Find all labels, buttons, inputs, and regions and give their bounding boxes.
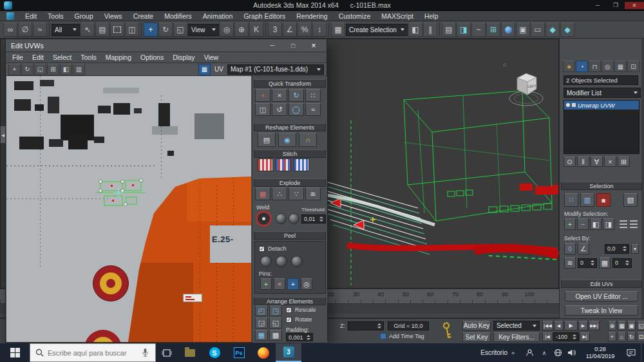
spinner-snap-icon[interactable]: ↕ — [312, 23, 327, 37]
go-to-start-icon[interactable]: |◀◀ — [542, 321, 553, 330]
edit-named-sets-icon[interactable]: ▦ — [331, 23, 345, 37]
rollout-selection-header[interactable]: Selection — [561, 182, 642, 190]
shrink-selection-icon[interactable]: − — [577, 218, 589, 230]
tab-display-icon[interactable]: ▦ — [614, 61, 627, 72]
material-id-field[interactable]: 0 — [612, 258, 632, 268]
toolbar-chevron-icon[interactable]: » — [511, 350, 515, 356]
uv-rotate-icon[interactable]: ↻ — [21, 64, 33, 75]
dialog-maximize-button[interactable]: □ — [285, 42, 301, 49]
qt-freeform-icon[interactable]: ◯ — [289, 103, 304, 116]
zoom-icon[interactable]: ⊕ — [608, 321, 616, 330]
planar-angle-field[interactable]: 0,0 — [605, 244, 629, 254]
bind-to-spacewarp-icon[interactable]: ≈ — [33, 23, 47, 37]
planar-angle-icon[interactable]: ◊ — [564, 243, 576, 254]
photoshop-icon[interactable]: Ps — [227, 343, 251, 362]
play-animation-icon[interactable]: ▶ — [564, 321, 578, 330]
show-map-icon[interactable]: ▦ — [198, 64, 211, 75]
z-coordinate-field[interactable] — [348, 321, 384, 330]
qt-align-element-icon[interactable]: ◫ — [255, 103, 270, 116]
select-and-rotate-icon[interactable]: ↻ — [158, 23, 173, 37]
uv-selection-overlay[interactable] — [95, 171, 166, 219]
threshold-field[interactable]: 0,01 — [301, 214, 326, 224]
microphone-icon[interactable] — [142, 348, 149, 357]
tab-hierarchy-icon[interactable]: ⊓ — [589, 61, 601, 72]
hidden-icons-chevron-icon[interactable]: ∧ — [538, 343, 551, 362]
arrange-stack-icon[interactable]: ▩ — [269, 330, 282, 341]
named-selection-sets-dropdown[interactable]: Create Selection Se — [346, 24, 408, 36]
weld-target-icon[interactable] — [256, 211, 272, 227]
material-id-icon[interactable]: ▦ — [599, 257, 611, 269]
start-button[interactable] — [0, 343, 30, 362]
walk-through-icon[interactable]: ⌂ — [618, 332, 626, 341]
loop-ring-spinners[interactable] — [620, 220, 638, 228]
select-and-manipulate-icon[interactable]: ⊕ — [234, 23, 249, 37]
stitch-to-target-icon[interactable] — [294, 158, 309, 171]
menu-maxscript[interactable]: MAXScript — [381, 12, 413, 20]
uv-move-icon[interactable]: + — [8, 64, 21, 75]
graphite-ribbon-icon[interactable]: ◨ — [457, 23, 471, 37]
next-frame-icon[interactable]: ▶ — [578, 321, 588, 330]
unlink-selection-icon[interactable]: ∅ — [18, 23, 32, 37]
map-select-dropdown[interactable]: Map #1 (C-101-fuse-1.dds) — [227, 64, 324, 75]
key-filters-button[interactable]: Key Filters... — [493, 332, 540, 342]
go-to-end-icon[interactable]: ▶▶| — [589, 321, 600, 330]
search-input[interactable] — [48, 349, 138, 357]
rescale-checkbox[interactable]: ✓ — [286, 307, 292, 313]
pack-normalize-icon[interactable]: ◰ — [255, 305, 268, 316]
material-editor-icon[interactable] — [501, 23, 515, 37]
peel-mode-icon[interactable] — [260, 256, 272, 267]
arrange-elements-header[interactable]: Arrange Elements — [254, 297, 326, 305]
select-loop-icon[interactable]: ◧ — [590, 218, 601, 230]
pin-add-icon[interactable]: + — [260, 278, 272, 290]
menu-modifiers[interactable]: Modifiers — [164, 12, 192, 20]
uv-snap-icon[interactable]: ▥ — [73, 64, 85, 75]
render-setup-icon[interactable]: ▣ — [516, 23, 530, 37]
zoom-extents-icon[interactable]: ▣ — [627, 321, 636, 330]
tweak-in-view-button[interactable]: Tweak In View — [565, 305, 638, 316]
menu-create[interactable]: Create — [133, 12, 154, 20]
quick-transform-header[interactable]: Quick Transform — [254, 79, 326, 88]
menu-graph-editors[interactable]: Graph Editors — [243, 12, 285, 20]
reshape-elements-header[interactable]: Reshape Elements — [254, 123, 326, 131]
auto-key-button[interactable]: Auto Key — [462, 321, 491, 330]
detach-checkbox[interactable]: ✓ — [259, 246, 265, 252]
spinner-icon[interactable] — [573, 334, 576, 339]
maximize-viewport-icon[interactable]: ⊡ — [637, 332, 644, 341]
explorer-icon[interactable] — [178, 343, 202, 362]
snaps-toggle-icon[interactable]: 3 — [268, 23, 282, 37]
desktops-toolbar-label[interactable]: Escritorio — [480, 349, 507, 356]
spinner-icon[interactable] — [319, 216, 323, 222]
zoom-region-icon[interactable]: ◱ — [637, 321, 644, 330]
straighten-selection-icon[interactable]: ◉ — [278, 133, 296, 147]
rearrange-icon[interactable]: ◱ — [269, 318, 282, 329]
select-by-extra-icon[interactable]: ▾ — [631, 244, 639, 254]
current-frame-field[interactable]: -100 — [553, 332, 579, 341]
uv-freeform-icon[interactable]: ⊞ — [47, 64, 59, 75]
render-production-icon[interactable]: ◆ — [545, 23, 560, 37]
select-element-cube-icon[interactable]: ▧ — [623, 193, 638, 207]
previous-frame-icon[interactable]: ◀ — [554, 321, 564, 330]
menu-group[interactable]: Group — [75, 12, 93, 20]
peel-reset-icon[interactable] — [291, 256, 303, 267]
uvw-menu-tools[interactable]: Tools — [80, 53, 97, 61]
network-icon[interactable] — [551, 343, 565, 362]
uv-mirror-icon[interactable]: ◧ — [60, 64, 72, 75]
modifier-list-dropdown[interactable]: Modifier List — [564, 88, 641, 98]
workspace-icon[interactable] — [6, 12, 14, 20]
layer-manager-icon[interactable]: ▤ — [442, 23, 456, 37]
stitch-to-source-icon[interactable] — [276, 158, 291, 171]
tab-motion-icon[interactable]: ◎ — [601, 61, 614, 72]
uvw-menu-select[interactable]: Select — [53, 53, 71, 61]
next-key-icon[interactable]: ▶| — [580, 332, 590, 341]
pin-stack-icon[interactable]: ⊙ — [564, 157, 576, 167]
pin-selected-icon[interactable]: + — [287, 278, 299, 290]
uvw-menu-view[interactable]: View — [204, 53, 219, 61]
edge-mode-icon[interactable]: ▥ — [580, 193, 594, 207]
polygon-mode-icon[interactable]: ■ — [596, 193, 611, 207]
search-box[interactable] — [30, 343, 156, 362]
use-pivot-center-icon[interactable]: ◎ — [220, 23, 234, 37]
stitch-custom-icon[interactable] — [258, 158, 273, 171]
lightbulb-icon[interactable] — [566, 103, 570, 107]
select-object-icon[interactable]: ↖ — [80, 23, 95, 37]
window-crossing-icon[interactable]: ◫ — [125, 23, 139, 37]
